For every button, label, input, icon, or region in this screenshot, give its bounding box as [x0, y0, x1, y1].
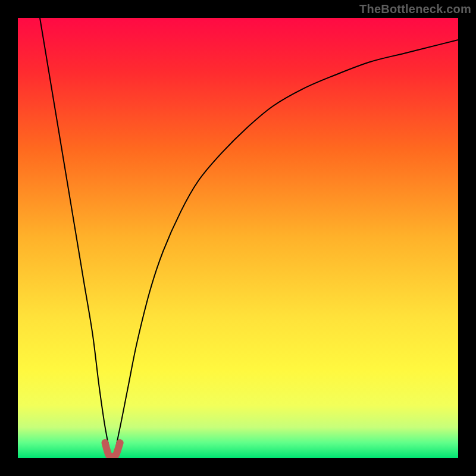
plot-area: [18, 18, 458, 458]
watermark-label: TheBottleneck.com: [359, 2, 471, 16]
bottleneck-chart: [18, 18, 458, 458]
gradient-background: [18, 18, 458, 458]
chart-frame: TheBottleneck.com: [0, 0, 476, 476]
